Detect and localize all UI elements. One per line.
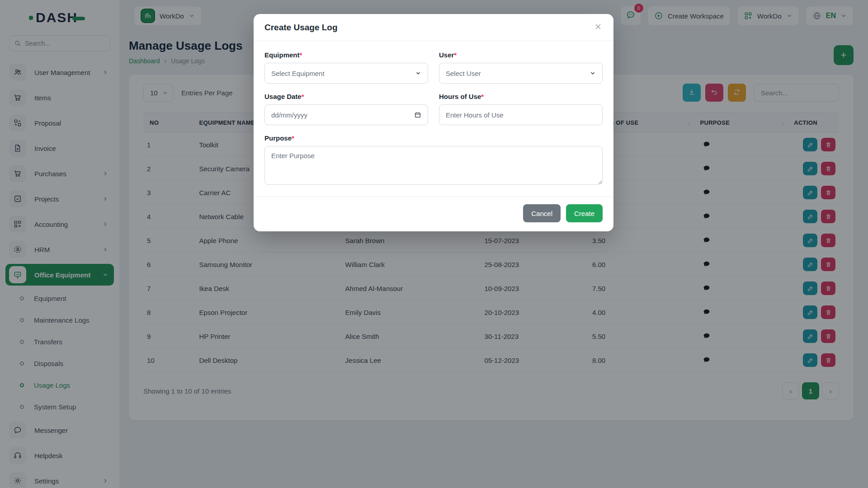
- hours-field-group: Hours of Use*: [439, 93, 603, 125]
- purpose-field-group: Purpose*: [264, 134, 603, 187]
- usage-date-label: Usage Date*: [264, 93, 428, 100]
- chevron-down-icon: [590, 70, 596, 76]
- usage-date-field-group: Usage Date* dd/mm/yyyy: [264, 93, 428, 125]
- equipment-select-value: Select Equipment: [271, 70, 325, 77]
- user-select[interactable]: Select User: [439, 63, 603, 84]
- create-button[interactable]: Create: [566, 204, 603, 222]
- user-label: User*: [439, 51, 603, 59]
- user-field-group: User* Select User: [439, 51, 603, 84]
- usage-date-input[interactable]: dd/mm/yyyy: [264, 104, 428, 125]
- user-select-value: Select User: [446, 70, 481, 77]
- equipment-field-group: Equipment* Select Equipment: [264, 51, 428, 84]
- close-icon: [594, 22, 603, 33]
- cancel-button[interactable]: Cancel: [523, 204, 561, 222]
- modal-footer: Cancel Create: [254, 197, 613, 231]
- hours-label: Hours of Use*: [439, 93, 603, 100]
- purpose-label: Purpose*: [264, 134, 603, 142]
- modal-title: Create Usage Log: [264, 23, 338, 33]
- usage-date-value: dd/mm/yyyy: [271, 111, 307, 119]
- purpose-textarea[interactable]: [264, 146, 603, 185]
- equipment-label: Equipment*: [264, 51, 428, 59]
- hours-input[interactable]: [439, 104, 603, 125]
- chevron-down-icon: [415, 70, 421, 76]
- modal-header: Create Usage Log: [254, 14, 613, 41]
- calendar-icon: [414, 111, 421, 118]
- equipment-select[interactable]: Select Equipment: [264, 63, 428, 84]
- modal-body: Equipment* Select Equipment User* Select…: [254, 41, 613, 190]
- create-usage-log-modal: Create Usage Log Equipment* Select Equip…: [254, 14, 613, 231]
- close-button[interactable]: [594, 22, 603, 33]
